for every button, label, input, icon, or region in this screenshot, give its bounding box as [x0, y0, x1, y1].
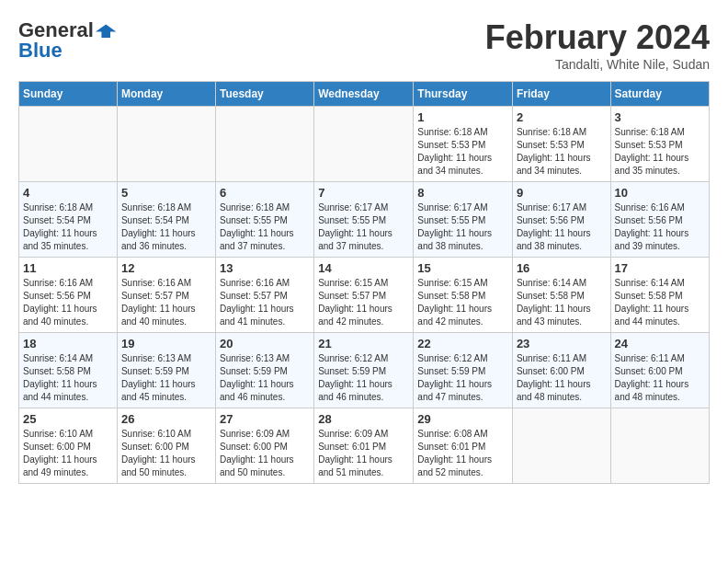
weekday-header-wednesday: Wednesday [314, 82, 414, 107]
day-detail: Sunrise: 6:13 AMSunset: 5:59 PMDaylight:… [121, 352, 211, 404]
day-detail: Sunrise: 6:13 AMSunset: 5:59 PMDaylight:… [220, 352, 310, 404]
day-number: 27 [220, 412, 310, 426]
day-number: 9 [517, 186, 607, 200]
weekday-header-monday: Monday [117, 82, 215, 107]
calendar-week-1: 1Sunrise: 6:18 AMSunset: 5:53 PMDaylight… [19, 107, 710, 182]
calendar-day: 3Sunrise: 6:18 AMSunset: 5:53 PMDaylight… [610, 107, 709, 182]
calendar-day: 9Sunrise: 6:17 AMSunset: 5:56 PMDaylight… [512, 182, 610, 258]
calendar-day: 1Sunrise: 6:18 AMSunset: 5:53 PMDaylight… [414, 107, 513, 182]
day-detail: Sunrise: 6:18 AMSunset: 5:55 PMDaylight:… [220, 201, 310, 253]
calendar-week-4: 18Sunrise: 6:14 AMSunset: 5:58 PMDayligh… [19, 333, 710, 408]
page-header: General Blue February 2024 Tandalti, Whi… [18, 18, 710, 72]
weekday-header-thursday: Thursday [414, 82, 513, 107]
day-detail: Sunrise: 6:14 AMSunset: 5:58 PMDaylight:… [23, 352, 113, 404]
day-number: 7 [318, 186, 409, 200]
calendar-day: 4Sunrise: 6:18 AMSunset: 5:54 PMDaylight… [19, 182, 118, 258]
day-number: 5 [121, 186, 211, 200]
calendar-day: 15Sunrise: 6:15 AMSunset: 5:58 PMDayligh… [414, 258, 513, 333]
day-detail: Sunrise: 6:17 AMSunset: 5:56 PMDaylight:… [517, 201, 607, 253]
weekday-header-sunday: Sunday [19, 82, 118, 107]
month-year-title: February 2024 [485, 18, 710, 57]
calendar-day: 25Sunrise: 6:10 AMSunset: 6:00 PMDayligh… [19, 408, 118, 484]
calendar-day: 16Sunrise: 6:14 AMSunset: 5:58 PMDayligh… [512, 258, 610, 333]
day-number: 28 [318, 412, 409, 426]
weekday-header-saturday: Saturday [610, 82, 709, 107]
calendar-day [19, 107, 118, 182]
calendar-day: 13Sunrise: 6:16 AMSunset: 5:57 PMDayligh… [216, 258, 314, 333]
weekday-header-row: SundayMondayTuesdayWednesdayThursdayFrid… [19, 82, 710, 107]
day-detail: Sunrise: 6:15 AMSunset: 5:58 PMDaylight:… [417, 277, 508, 328]
calendar-day [512, 408, 610, 484]
calendar-day: 14Sunrise: 6:15 AMSunset: 5:57 PMDayligh… [314, 258, 414, 333]
day-detail: Sunrise: 6:15 AMSunset: 5:57 PMDaylight:… [318, 277, 409, 328]
day-number: 13 [220, 261, 310, 275]
day-number: 10 [615, 186, 705, 200]
calendar-week-5: 25Sunrise: 6:10 AMSunset: 6:00 PMDayligh… [19, 408, 710, 484]
calendar-week-3: 11Sunrise: 6:16 AMSunset: 5:56 PMDayligh… [19, 258, 710, 333]
calendar-day [216, 107, 314, 182]
day-detail: Sunrise: 6:16 AMSunset: 5:56 PMDaylight:… [615, 201, 705, 253]
day-detail: Sunrise: 6:18 AMSunset: 5:54 PMDaylight:… [121, 201, 211, 253]
calendar-day: 2Sunrise: 6:18 AMSunset: 5:53 PMDaylight… [512, 107, 610, 182]
day-number: 8 [417, 186, 508, 200]
day-number: 19 [121, 337, 211, 350]
day-detail: Sunrise: 6:18 AMSunset: 5:53 PMDaylight:… [615, 126, 705, 178]
calendar-day: 12Sunrise: 6:16 AMSunset: 5:57 PMDayligh… [117, 258, 215, 333]
calendar-day: 19Sunrise: 6:13 AMSunset: 5:59 PMDayligh… [117, 333, 215, 408]
day-number: 29 [417, 412, 508, 426]
day-detail: Sunrise: 6:11 AMSunset: 6:00 PMDaylight:… [517, 352, 607, 404]
weekday-header-tuesday: Tuesday [216, 82, 314, 107]
day-number: 26 [121, 412, 211, 426]
calendar-day: 29Sunrise: 6:08 AMSunset: 6:01 PMDayligh… [414, 408, 513, 484]
calendar-day: 21Sunrise: 6:12 AMSunset: 5:59 PMDayligh… [314, 333, 414, 408]
calendar-day: 6Sunrise: 6:18 AMSunset: 5:55 PMDaylight… [216, 182, 314, 258]
day-number: 12 [121, 261, 211, 275]
day-detail: Sunrise: 6:17 AMSunset: 5:55 PMDaylight:… [417, 201, 508, 253]
day-detail: Sunrise: 6:12 AMSunset: 5:59 PMDaylight:… [318, 352, 409, 404]
logo-icon [96, 19, 118, 41]
day-detail: Sunrise: 6:10 AMSunset: 6:00 PMDaylight:… [121, 428, 211, 479]
day-number: 11 [23, 261, 113, 275]
day-detail: Sunrise: 6:11 AMSunset: 6:00 PMDaylight:… [615, 352, 705, 404]
logo-blue-text: Blue [18, 39, 63, 63]
day-detail: Sunrise: 6:16 AMSunset: 5:57 PMDaylight:… [121, 277, 211, 328]
calendar-day [117, 107, 215, 182]
calendar-day: 28Sunrise: 6:09 AMSunset: 6:01 PMDayligh… [314, 408, 414, 484]
calendar-day: 5Sunrise: 6:18 AMSunset: 5:54 PMDaylight… [117, 182, 215, 258]
calendar-day: 7Sunrise: 6:17 AMSunset: 5:55 PMDaylight… [314, 182, 414, 258]
calendar-day: 8Sunrise: 6:17 AMSunset: 5:55 PMDaylight… [414, 182, 513, 258]
calendar-day: 22Sunrise: 6:12 AMSunset: 5:59 PMDayligh… [414, 333, 513, 408]
calendar-day [610, 408, 709, 484]
day-number: 18 [23, 337, 113, 350]
day-detail: Sunrise: 6:12 AMSunset: 5:59 PMDaylight:… [417, 352, 508, 404]
title-block: February 2024 Tandalti, White Nile, Suda… [485, 18, 710, 72]
calendar-day: 20Sunrise: 6:13 AMSunset: 5:59 PMDayligh… [216, 333, 314, 408]
calendar-day: 17Sunrise: 6:14 AMSunset: 5:58 PMDayligh… [610, 258, 709, 333]
calendar-day: 26Sunrise: 6:10 AMSunset: 6:00 PMDayligh… [117, 408, 215, 484]
day-number: 3 [615, 110, 705, 124]
logo: General Blue [18, 18, 118, 63]
day-detail: Sunrise: 6:18 AMSunset: 5:54 PMDaylight:… [23, 201, 113, 253]
day-number: 6 [220, 186, 310, 200]
day-number: 1 [417, 110, 508, 124]
day-detail: Sunrise: 6:14 AMSunset: 5:58 PMDaylight:… [517, 277, 607, 328]
day-detail: Sunrise: 6:09 AMSunset: 6:00 PMDaylight:… [220, 428, 310, 479]
day-number: 21 [318, 337, 409, 350]
calendar-day: 11Sunrise: 6:16 AMSunset: 5:56 PMDayligh… [19, 258, 118, 333]
day-number: 20 [220, 337, 310, 350]
calendar-day: 24Sunrise: 6:11 AMSunset: 6:00 PMDayligh… [610, 333, 709, 408]
day-number: 17 [615, 261, 705, 275]
day-number: 2 [517, 110, 607, 124]
day-detail: Sunrise: 6:08 AMSunset: 6:01 PMDaylight:… [417, 428, 508, 479]
calendar-table: SundayMondayTuesdayWednesdayThursdayFrid… [18, 81, 710, 484]
day-number: 15 [417, 261, 508, 275]
calendar-day [314, 107, 414, 182]
calendar-day: 18Sunrise: 6:14 AMSunset: 5:58 PMDayligh… [19, 333, 118, 408]
day-detail: Sunrise: 6:17 AMSunset: 5:55 PMDaylight:… [318, 201, 409, 253]
day-number: 24 [615, 337, 705, 350]
day-number: 4 [23, 186, 113, 200]
svg-marker-0 [96, 25, 116, 38]
day-detail: Sunrise: 6:16 AMSunset: 5:57 PMDaylight:… [220, 277, 310, 328]
calendar-day: 27Sunrise: 6:09 AMSunset: 6:00 PMDayligh… [216, 408, 314, 484]
day-number: 16 [517, 261, 607, 275]
